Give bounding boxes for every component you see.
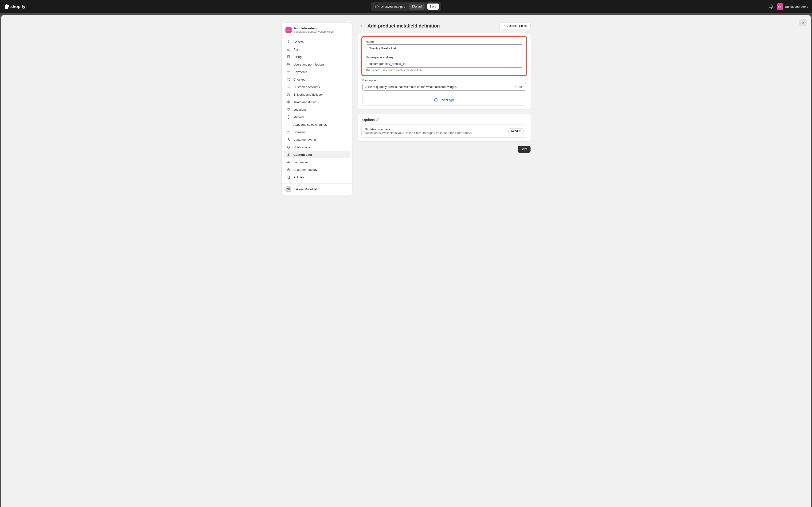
save-button-top[interactable]: Save	[427, 4, 439, 10]
alert-icon	[375, 5, 379, 8]
discard-button[interactable]: Discard	[409, 4, 424, 10]
topbar-right: bun bundlebee-demo	[769, 3, 808, 10]
store-name-label: bundlebee-demo	[785, 5, 808, 8]
shopify-logo: shopify	[4, 4, 25, 9]
notifications-icon[interactable]	[769, 4, 773, 9]
unsaved-changes-bar: Unsaved changes Discard Save	[371, 2, 441, 11]
store-avatar: bun	[777, 3, 784, 10]
admin-topbar: shopify Unsaved changes Discard Save bun…	[0, 0, 812, 13]
unsaved-changes-label: Unsaved changes	[373, 5, 407, 8]
shopify-wordmark: shopify	[10, 4, 25, 9]
store-switcher[interactable]: bun bundlebee-demo	[777, 3, 808, 10]
shopify-bag-icon	[4, 4, 9, 9]
